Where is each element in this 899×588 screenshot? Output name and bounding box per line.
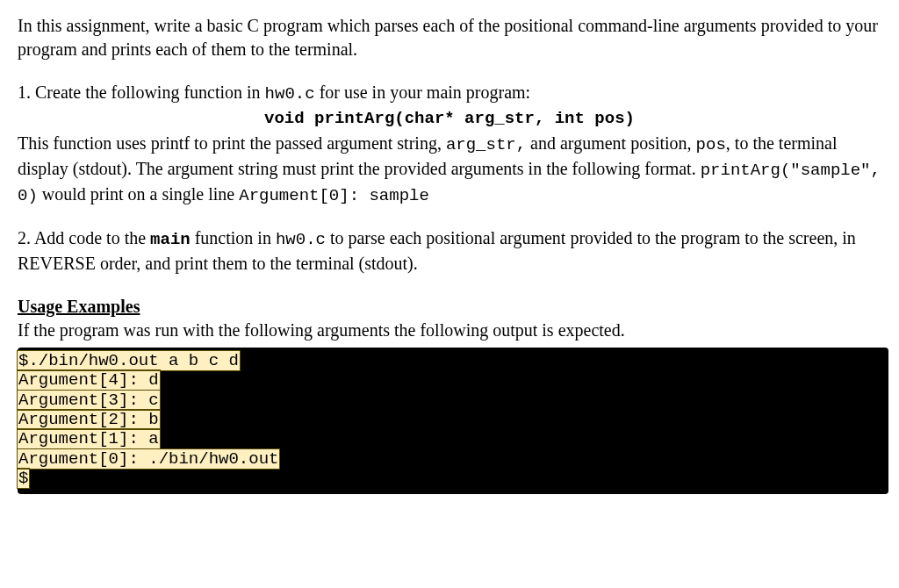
step1-lead-a: 1. Create the following function in bbox=[18, 82, 265, 102]
terminal-text: $ bbox=[18, 469, 29, 488]
step1-file: hw0.c bbox=[265, 84, 315, 104]
intro-paragraph: In this assignment, write a basic C prog… bbox=[18, 14, 881, 61]
step1-desc-b: and argument position, bbox=[526, 133, 696, 153]
terminal-line: Argument[2]: b bbox=[18, 410, 888, 429]
terminal-text: Argument[3]: c bbox=[18, 391, 160, 410]
step1-argstr: arg_str, bbox=[446, 135, 526, 154]
terminal-text: Argument[1]: a bbox=[18, 429, 160, 448]
step2-file: hw0.c bbox=[276, 230, 326, 249]
step2-lead-b: function in bbox=[191, 228, 276, 247]
terminal-text: Argument[4]: d bbox=[18, 370, 160, 390]
usage-heading: Usage Examples bbox=[18, 295, 881, 319]
terminal-output: $./bin/hw0.out a b c d Argument[4]: d Ar… bbox=[18, 348, 888, 494]
step1-desc-a: This function uses printf to print the p… bbox=[18, 133, 446, 153]
terminal-text: Argument[2]: b bbox=[18, 410, 160, 429]
step1-example-output: Argument[0]: sample bbox=[239, 186, 429, 205]
terminal-line: Argument[3]: c bbox=[18, 391, 888, 410]
function-signature: void printArg(char* arg_str, int pos) bbox=[18, 108, 881, 131]
step1-lead-b: for use in your main program: bbox=[315, 82, 531, 102]
terminal-line: Argument[0]: ./bin/hw0.out bbox=[18, 449, 888, 469]
terminal-line: Argument[4]: d bbox=[18, 370, 888, 390]
step-2: 2. Add code to the main function in hw0.… bbox=[18, 226, 881, 276]
usage-intro: If the program was run with the followin… bbox=[18, 319, 881, 342]
step2-main: main bbox=[150, 230, 191, 249]
terminal-line: $ bbox=[18, 469, 888, 488]
document-page: In this assignment, write a basic C prog… bbox=[0, 0, 899, 588]
usage-section: Usage Examples If the program was run wi… bbox=[18, 295, 881, 494]
step-1: 1. Create the following function in hw0.… bbox=[18, 81, 881, 207]
terminal-text: $./bin/hw0.out a b c d bbox=[18, 351, 240, 370]
step1-desc-d: would print on a single line bbox=[38, 184, 239, 204]
terminal-line: Argument[1]: a bbox=[18, 429, 888, 448]
step1-pos: pos bbox=[696, 135, 726, 154]
step2-lead-a: 2. Add code to the bbox=[18, 228, 150, 247]
terminal-line: $./bin/hw0.out a b c d bbox=[18, 351, 888, 370]
terminal-text: Argument[0]: ./bin/hw0.out bbox=[18, 449, 279, 469]
